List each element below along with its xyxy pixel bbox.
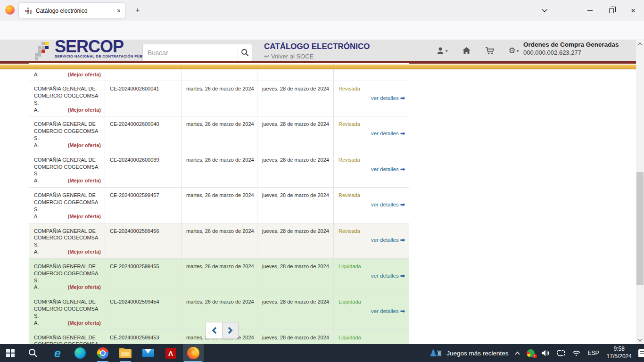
header-yellow-divider	[0, 65, 636, 69]
ver-detalles-link[interactable]: ver detalles ➡	[339, 236, 405, 244]
delivery-date-cell: jueves, 28 de marzo de 2024	[257, 294, 334, 329]
delivery-date-cell: jueves, 28 de marzo de 2024	[257, 116, 334, 151]
status-cell: Revisada ver detalles ➡	[334, 152, 409, 187]
table-row: COMPAÑIA GENERAL DE COMERCIO COGECOMSA S…	[29, 116, 409, 152]
taskbar-search-icon[interactable]	[23, 344, 43, 362]
order-code-cell: CE-20240002599455	[105, 259, 182, 294]
ver-detalles-link[interactable]: ver detalles ➡	[339, 307, 405, 315]
edge-icon[interactable]	[70, 344, 91, 362]
sercop-logo-mark-icon	[35, 42, 53, 61]
tab-close-icon[interactable]: ×	[116, 7, 122, 15]
new-tab-button[interactable]: +	[131, 4, 144, 17]
details-arrow-icon: ➡	[400, 308, 405, 314]
language-indicator[interactable]: ESP	[584, 350, 603, 356]
status-badge: Liquidada	[339, 263, 405, 270]
firefox-window: Catálogo electrónico × + × ← → ⟳ https:/…	[0, 0, 644, 362]
clock-date: 17/5/2024	[607, 353, 632, 361]
antivirus-tray-icon[interactable]: !	[523, 344, 538, 362]
volver-al-soce-link[interactable]: ↩ Volver al SOCE	[264, 53, 370, 60]
tray-expand-chevron-icon[interactable]	[512, 344, 523, 362]
order-code-cell: CE-20240002600040	[105, 116, 182, 151]
table-row: COMPAÑIA GENERAL DE COMERCIO COGECOMSA S…	[29, 259, 409, 294]
firefox-taskbar-icon[interactable]	[183, 344, 204, 362]
chess-pieces-icon: ♟♜	[429, 348, 443, 358]
order-date-cell: martes, 26 de marzo de 2024	[182, 116, 257, 151]
cast-screen-icon[interactable]	[553, 344, 569, 362]
details-arrow-icon: ➡	[400, 166, 405, 173]
home-button[interactable]	[462, 47, 471, 55]
supplier-cell: COMPAÑIA GENERAL DE COMERCIO COGECOMSA S…	[29, 188, 105, 222]
order-code-cell: CE-20240002599457	[105, 188, 182, 222]
status-badge: Revisada	[339, 192, 405, 199]
order-code-cell: CE-20240002599456	[105, 223, 182, 258]
delivery-date-cell: jueves, 28 de marzo de 2024	[257, 223, 334, 258]
chrome-icon[interactable]	[92, 344, 113, 362]
status-badge: Revisada	[339, 228, 405, 235]
previous-page-button[interactable]	[206, 322, 222, 338]
ver-detalles-link[interactable]: ver detalles ➡	[339, 165, 405, 173]
status-badge: Revisada	[339, 85, 405, 92]
best-offer-badge: (Mejor oferta)	[68, 177, 101, 184]
mail-icon[interactable]	[138, 344, 158, 362]
recent-games-button[interactable]: ♟♜ Juegos más recientes	[426, 344, 512, 362]
details-arrow-icon: ➡	[400, 130, 405, 137]
best-offer-badge: (Mejor oferta)	[68, 284, 101, 291]
status-badge: Revisada	[339, 156, 405, 164]
page-title: CATÁLOGO ELECTRÓNICO	[264, 42, 370, 51]
ver-detalles-link[interactable]: ver detalles ➡	[339, 130, 405, 138]
start-button[interactable]	[0, 344, 21, 362]
user-menu-button[interactable]: ▾	[436, 47, 448, 55]
taskbar-clock[interactable]: 9:58 17/5/2024	[603, 346, 636, 360]
next-page-button[interactable]	[222, 322, 238, 338]
scrollbar-thumb[interactable]	[636, 172, 644, 285]
ver-detalles-link[interactable]: ver detalles ➡	[339, 201, 405, 209]
delivery-date-cell: jueves, 28 de marzo de 2024	[257, 259, 334, 294]
sercop-logo-title: SERCOP	[55, 38, 152, 55]
supplier-cell: COMPAÑIA GENERAL DE COMERCIO COGECOMSA S…	[29, 116, 105, 151]
details-arrow-icon: ➡	[400, 237, 405, 243]
search-button[interactable]	[238, 44, 252, 61]
wifi-icon[interactable]	[569, 344, 584, 362]
best-offer-badge: (Mejor oferta)	[68, 248, 101, 255]
cart-button[interactable]	[485, 47, 495, 55]
tab-title: Catálogo electrónico	[36, 8, 116, 14]
pagination	[206, 322, 239, 339]
firefox-logo-icon[interactable]	[5, 5, 15, 15]
browser-tab[interactable]: Catálogo electrónico ×	[19, 3, 125, 18]
minimize-button[interactable]	[579, 0, 601, 21]
order-code-cell: CE-20240002600041	[105, 81, 182, 116]
supplier-cell: COMPAÑIA GENERAL DE COMERCIO COGECOMSA S…	[29, 223, 105, 258]
scroll-up-icon[interactable]	[636, 40, 644, 48]
status-badge: Liquidada	[339, 334, 405, 341]
best-offer-badge: (Mejor oferta)	[68, 142, 101, 149]
order-date-cell: martes, 26 de marzo de 2024	[182, 223, 257, 258]
ver-detalles-link[interactable]: ver detalles ➡	[339, 94, 405, 102]
status-badge: Revisada	[339, 121, 405, 128]
table-rows: COMPAÑIA GENERAL DE COMERCIO COGECOMSA S…	[29, 81, 409, 362]
browser-titlebar: Catálogo electrónico × + ×	[0, 0, 644, 21]
delivery-date-cell: jueves, 28 de marzo de 2024	[257, 81, 334, 116]
close-button[interactable]: ×	[622, 0, 644, 21]
action-center-icon[interactable]: 2	[638, 349, 644, 357]
volume-icon[interactable]	[538, 344, 553, 362]
order-code-cell: CE-20240002600039	[105, 152, 182, 187]
list-all-tabs-icon[interactable]	[534, 0, 555, 21]
ver-detalles-link[interactable]: ver detalles ➡	[339, 63, 405, 64]
orders-generated-count: 000.000.002.623.277	[523, 49, 632, 56]
adobe-reader-icon[interactable]: Λ	[160, 344, 181, 362]
volver-icon: ↩	[264, 53, 269, 60]
sercop-header: SERCOP SERVICIO NACIONAL DE CONTRATACIÓN…	[0, 40, 644, 61]
scroll-down-icon[interactable]	[636, 337, 644, 344]
file-explorer-icon[interactable]	[115, 344, 136, 362]
ver-detalles-link[interactable]: ver detalles ➡	[339, 272, 405, 280]
order-date-cell: martes, 26 de marzo de 2024	[182, 152, 257, 187]
order-date-cell: martes, 26 de marzo de 2024	[182, 81, 257, 116]
sercop-logo[interactable]: SERCOP SERVICIO NACIONAL DE CONTRATACIÓN…	[35, 38, 152, 61]
settings-gear-button[interactable]: ⚙▾	[509, 46, 519, 56]
details-arrow-icon: ➡	[400, 201, 405, 208]
sercop-logo-subtitle: SERVICIO NACIONAL DE CONTRATACIÓN PÚBLIC…	[55, 54, 152, 58]
search-input[interactable]	[143, 44, 238, 61]
restore-button[interactable]	[601, 0, 622, 21]
internet-explorer-icon[interactable]: e	[47, 344, 68, 362]
vertical-scrollbar[interactable]	[636, 40, 644, 344]
